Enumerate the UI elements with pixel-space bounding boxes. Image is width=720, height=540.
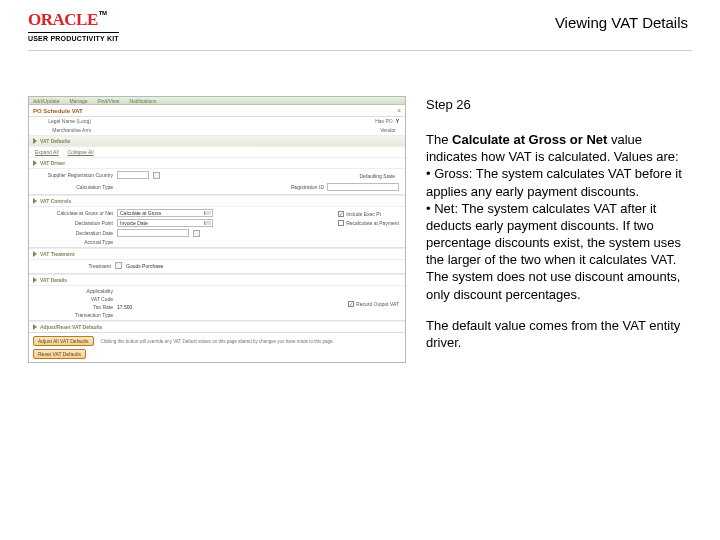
window-title: PO Schedule VAT [33, 108, 83, 114]
reg-id-field[interactable] [327, 183, 399, 191]
record-output-label: Record Output VAT [356, 301, 399, 307]
acct-type-label: Accrual Type [35, 239, 113, 245]
section-adjust-reset[interactable]: Adjust/Reset VAT Defaults [29, 321, 405, 332]
section-vat-defaults[interactable]: VAT Defaults [29, 135, 405, 147]
decl-date-label: Declaration Date [35, 230, 113, 236]
section-vat-details[interactable]: VAT Details [29, 274, 405, 286]
collapse-all-link[interactable]: Collapse All [67, 149, 93, 155]
decl-point-label: Declaration Point [35, 220, 113, 226]
section-vat-driver[interactable]: VAT Driver [29, 157, 405, 169]
chevron-down-icon [33, 138, 37, 144]
step-label: Step 26 [426, 96, 688, 113]
decl-point-select[interactable]: Invoice Date [117, 219, 213, 227]
vat-code-label: VAT Code [35, 296, 113, 302]
bullet-net: • Net: The system calculates VAT after i… [426, 201, 681, 302]
adjust-note: Clicking this button will override any V… [101, 339, 401, 344]
description-block: The Calculate at Gross or Net value indi… [426, 131, 688, 303]
tab-notifications[interactable]: Notifications [129, 98, 156, 103]
default-note: The default value comes from the VAT ent… [426, 317, 688, 351]
calc-type-label: Calculation Type [35, 184, 113, 190]
recalc-checkbox[interactable] [338, 220, 344, 226]
chevron-icon [33, 251, 37, 257]
applicability-label: Applicability [35, 288, 113, 294]
chevron-icon [33, 198, 37, 204]
tax-rate-value: 17.500 [117, 304, 132, 310]
haspo-label: Has PO [337, 118, 393, 124]
lookup-icon[interactable] [153, 172, 160, 179]
close-icon[interactable]: × [397, 107, 401, 114]
chevron-icon [33, 160, 37, 166]
field-name-bold: Calculate at Gross or Net [452, 132, 607, 147]
sup-country-label: Supplier Registration Country [35, 172, 113, 178]
lookup-icon[interactable] [115, 262, 122, 269]
treatment-value: Goods Purchase [126, 263, 163, 269]
record-output-checkbox[interactable]: ✓ [348, 301, 354, 307]
expand-all-link[interactable]: Expand All [35, 149, 59, 155]
upk-label: USER PRODUCTIVITY KIT [28, 32, 119, 42]
section-vat-controls[interactable]: VAT Controls [29, 195, 405, 207]
calc-gross-label: Calculate at Gross or Net [35, 210, 113, 216]
vendor-label: Vendor [340, 127, 396, 133]
def-state-label: Defaulting State [335, 173, 395, 179]
tab-addupdate[interactable]: Add/Update [33, 98, 59, 103]
chevron-icon [33, 277, 37, 283]
brand-block: ORACLETM USER PRODUCTIVITY KIT [28, 10, 119, 42]
legal-name-label: Legal Name (Long) [35, 118, 91, 124]
tab-findview[interactable]: Find/View [98, 98, 120, 103]
oracle-logo: ORACLETM [28, 10, 119, 30]
chevron-icon [33, 324, 37, 330]
bullet-gross: • Gross: The system calculates VAT befor… [426, 166, 682, 198]
decl-date-field[interactable] [117, 229, 189, 237]
txn-type-label: Transaction Type [35, 312, 113, 318]
recalc-label: Recalculate at Payment [346, 220, 399, 226]
section-vat-treatment[interactable]: VAT Treatment [29, 248, 405, 260]
treatment-label: Treatment [33, 263, 111, 269]
app-window: Add/Update Manage Find/View Notification… [28, 96, 406, 363]
inc-exec-label: Include Exec Pt [346, 211, 381, 217]
calendar-icon[interactable] [193, 230, 200, 237]
calc-gross-select[interactable]: Calculate at Gross [117, 209, 213, 217]
sup-country-field[interactable] [117, 171, 149, 179]
tax-rate-label: Tax Rate [35, 304, 113, 310]
tab-manage[interactable]: Manage [69, 98, 87, 103]
merchandise-label: Merchandise Amt [35, 127, 91, 133]
page-title: Viewing VAT Details [555, 14, 688, 31]
inc-exec-checkbox[interactable]: ✓ [338, 211, 344, 217]
reg-id-label: Registration ID [291, 184, 324, 190]
haspo-value: Y [396, 118, 399, 124]
adjust-defaults-button[interactable]: Adjust All VAT Defaults [33, 336, 94, 346]
app-tabbar: Add/Update Manage Find/View Notification… [29, 97, 405, 105]
reset-defaults-button[interactable]: Reset VAT Defaults [33, 349, 86, 359]
